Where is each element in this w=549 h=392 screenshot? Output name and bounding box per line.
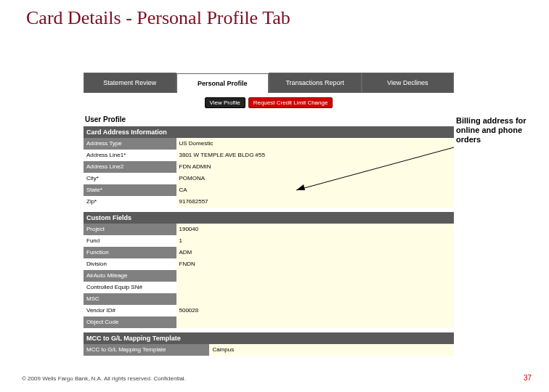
slide-title: Card Details - Personal Profile Tab (26, 7, 290, 29)
fund-label: Fund (84, 235, 176, 247)
state-value: CA (176, 184, 455, 196)
tab-bar: Statement Review Personal Profile Transa… (84, 73, 454, 93)
equip-value (176, 282, 455, 293)
zip-label: Zip* (84, 196, 176, 208)
mcc-row-label: MCC to G/L Mapping Template (84, 344, 209, 356)
view-profile-button[interactable]: View Profile (205, 97, 245, 108)
function-label: Function (84, 247, 176, 258)
division-value: FNDN (176, 258, 455, 270)
footer-copyright: © 2009 Wells Fargo Bank, N.A. All rights… (22, 375, 186, 382)
address-section-header: Card Address Information (84, 126, 454, 138)
fund-value: 1 (176, 235, 455, 247)
tab-personal-profile[interactable]: Personal Profile (176, 73, 269, 93)
mileage-value (176, 270, 455, 282)
address-type-value: US Domestic (176, 138, 455, 150)
object-value (176, 317, 455, 328)
city-value: POMONA (176, 173, 455, 184)
page-number: 37 (524, 374, 532, 382)
custom-fields-table: Custom Fields Project190040 Fund1 Functi… (84, 212, 454, 328)
address-line1-value: 3801 W TEMPLE AVE BLDG #55 (176, 150, 455, 161)
state-label: State* (84, 184, 176, 196)
object-label: Object Code (84, 317, 176, 328)
project-value: 190040 (176, 224, 455, 235)
address-line2-label: Address Line2 (84, 161, 176, 173)
vendor-label: Vendor ID# (84, 305, 176, 317)
custom-section-header: Custom Fields (84, 212, 454, 224)
division-label: Division (84, 258, 176, 270)
address-type-label: Address Type (84, 138, 176, 150)
tab-statement-review[interactable]: Statement Review (84, 73, 176, 92)
function-value: ADM (176, 247, 455, 258)
buttons-row: View Profile Request Credit Limit Change (84, 97, 454, 108)
mileage-label: AirAuto Mileage (84, 270, 176, 282)
user-profile-heading: User Profile (84, 113, 454, 126)
tab-view-declines[interactable]: View Declines (362, 73, 455, 92)
project-label: Project (84, 224, 176, 235)
msc-value (176, 293, 455, 305)
mcc-row-value: Campus (209, 344, 454, 356)
profile-panel: Statement Review Personal Profile Transa… (84, 73, 454, 356)
city-label: City* (84, 173, 176, 184)
zip-value: 917682557 (176, 196, 455, 208)
billing-address-annotation: Billing address for online and phone ord… (456, 116, 536, 144)
msc-label: MSC (84, 293, 176, 305)
request-credit-limit-button[interactable]: Request Credit Limit Change (248, 97, 333, 108)
mcc-section-header: MCC to G/L Mapping Template (84, 332, 454, 344)
tab-transactions-report[interactable]: Transactions Report (269, 73, 362, 92)
address-line2-value: FDN ADMIN (176, 161, 455, 173)
address-line1-label: Address Line1* (84, 150, 176, 161)
card-address-table: Card Address Information Address TypeUS … (84, 126, 454, 208)
vendor-value: 500028 (176, 305, 455, 317)
mcc-table: MCC to G/L Mapping Template MCC to G/L M… (84, 332, 454, 356)
equip-label: Controlled Equip SN# (84, 282, 176, 293)
